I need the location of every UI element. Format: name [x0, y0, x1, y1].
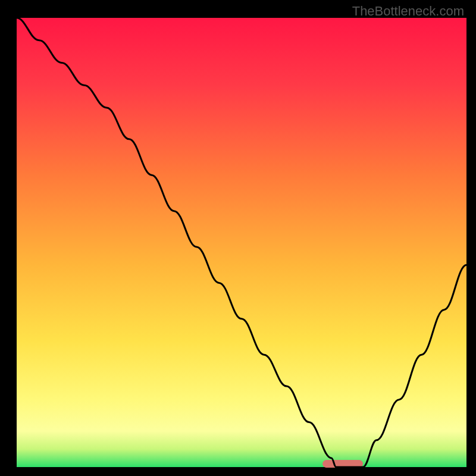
bottleneck-chart [0, 0, 476, 476]
watermark-text: TheBottleneck.com [352, 4, 464, 19]
chart-svg [0, 0, 476, 476]
